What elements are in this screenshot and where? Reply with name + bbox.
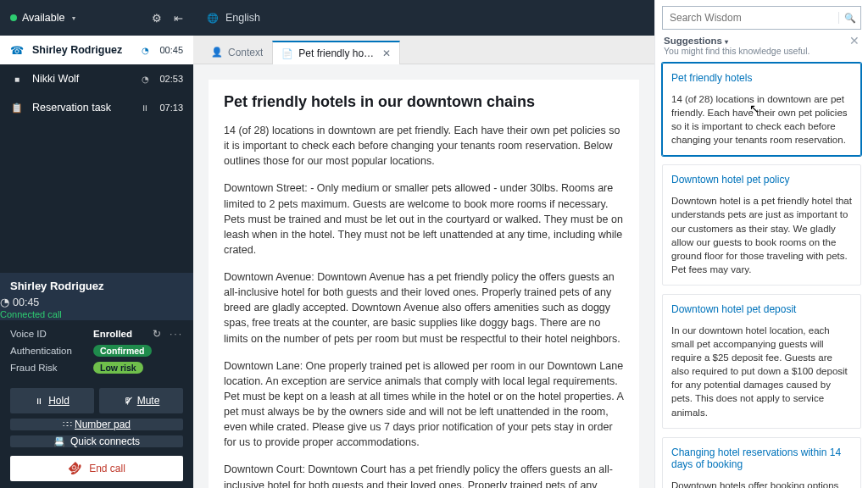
gear-icon[interactable] xyxy=(152,12,162,25)
call-state: Connected call xyxy=(0,309,62,319)
quick-connects-label: Quick connects xyxy=(70,435,140,447)
agent-status-dropdown[interactable]: Available xyxy=(10,12,75,24)
agent-sidebar: Available Shirley Rodriguez ◔ 00:45 Nikk… xyxy=(0,0,193,488)
card-body: Downtown hotel is a pet friendly hotel t… xyxy=(671,194,852,276)
hold-button[interactable]: Hold xyxy=(10,388,94,413)
language-label[interactable]: English xyxy=(225,12,260,24)
contact-row[interactable]: Shirley Rodriguez ◔ 00:45 xyxy=(0,36,193,64)
person-icon xyxy=(211,47,223,58)
contact-row[interactable]: Reservation task 07:13 xyxy=(0,93,193,122)
auth-label: Authentication xyxy=(10,346,86,356)
voice-id-value: Enrolled xyxy=(93,329,132,339)
phone-icon xyxy=(10,44,24,57)
chevron-down-icon xyxy=(725,36,728,46)
fraud-label: Fraud Risk xyxy=(10,363,86,373)
article-paragraph: Downtown Avenue: Downtown Avenue has a p… xyxy=(224,269,624,347)
contact-time: 00:45 xyxy=(159,45,183,55)
card-title: Changing hotel reservations within 14 da… xyxy=(671,446,852,470)
search-icon[interactable] xyxy=(838,12,860,24)
end-call-button[interactable]: End call xyxy=(10,456,183,481)
knowledge-article: Pet friendly hotels in our downtown chai… xyxy=(209,80,639,488)
numpad-icon xyxy=(63,419,70,430)
close-icon[interactable]: ✕ xyxy=(382,47,391,59)
card-title: Downtown hotel pet policy xyxy=(671,174,852,186)
suggestion-card[interactable]: Changing hotel reservations within 14 da… xyxy=(662,437,861,488)
number-pad-button[interactable]: Number pad xyxy=(10,419,183,430)
caller-name: Shirley Rodriguez xyxy=(10,280,104,292)
suggestion-card[interactable]: Downtown hotel pet deposit In our downto… xyxy=(662,294,861,429)
quick-connects-button[interactable]: Quick connects xyxy=(10,435,183,447)
suggestions-header[interactable]: Suggestions xyxy=(664,36,860,46)
sidebar-top: Available xyxy=(0,0,193,36)
wisdom-panel: ✕ Suggestions You might find this knowle… xyxy=(654,0,868,488)
tab-label: Context xyxy=(228,47,263,58)
contact-time: 07:13 xyxy=(159,103,183,113)
top-bar: English xyxy=(193,0,654,36)
article-paragraph: Downtown Lane: One properly trained pet … xyxy=(224,358,624,451)
voice-id-meta: Voice ID Enrolled ··· Authentication Con… xyxy=(0,320,193,381)
suggestions-title: Suggestions xyxy=(664,36,722,46)
logout-icon[interactable] xyxy=(174,12,183,25)
chat-icon xyxy=(10,73,24,85)
mute-button[interactable]: Mute xyxy=(99,388,183,413)
call-timer: 00:45 xyxy=(13,297,39,308)
clock-icon: ◔ xyxy=(0,296,9,308)
main-area: English Context Pet friendly ho… ✕ Pet f… xyxy=(193,0,654,488)
status-dot-icon xyxy=(10,14,17,21)
contact-time: 02:53 xyxy=(159,74,183,84)
mute-label: Mute xyxy=(137,395,160,407)
quick-connects-icon xyxy=(53,435,65,447)
pause-icon xyxy=(35,395,43,407)
suggestion-card[interactable]: Downtown hotel pet policy Downtown hotel… xyxy=(662,164,861,286)
article-title: Pet friendly hotels in our downtown chai… xyxy=(224,93,624,111)
tab-bar: Context Pet friendly ho… ✕ xyxy=(193,36,654,64)
suggestions-subtitle: You might find this knowledge useful. xyxy=(664,46,860,56)
card-body: 14 (of 28) locations in downtown are pet… xyxy=(671,92,852,147)
agent-status-label: Available xyxy=(22,12,65,24)
wisdom-search[interactable] xyxy=(662,6,861,30)
card-body: Downtown hotels offer booking options wi… xyxy=(671,479,852,488)
clock-icon: ◔ xyxy=(142,46,149,55)
card-body: In our downtown hotel location, each sma… xyxy=(671,324,852,419)
fraud-value-pill: Low risk xyxy=(93,362,143,374)
article-paragraph: 14 (of 28) locations in downtown are pet… xyxy=(224,123,624,169)
contact-list: Shirley Rodriguez ◔ 00:45 Nikki Wolf ◔ 0… xyxy=(0,36,193,122)
more-icon[interactable]: ··· xyxy=(170,328,183,340)
contact-name: Shirley Rodriguez xyxy=(32,44,133,56)
search-input[interactable] xyxy=(663,12,838,24)
tab-context[interactable]: Context xyxy=(202,40,272,64)
article-paragraph: Downtown Court: Downtown Court has a pet… xyxy=(224,462,624,488)
voice-id-label: Voice ID xyxy=(10,329,86,339)
tab-label: Pet friendly ho… xyxy=(298,47,374,59)
end-call-icon xyxy=(65,458,85,478)
doc-icon xyxy=(281,48,293,59)
contact-name: Reservation task xyxy=(32,102,132,114)
contact-name: Nikki Wolf xyxy=(32,73,133,85)
call-panel: Shirley Rodriguez ◔00:45 Connected call … xyxy=(0,273,193,488)
contact-row[interactable]: Nikki Wolf ◔ 02:53 xyxy=(0,64,193,93)
chevron-down-icon xyxy=(72,14,75,22)
hold-label: Hold xyxy=(48,395,70,407)
pause-icon xyxy=(141,103,149,113)
refresh-icon[interactable] xyxy=(153,328,161,340)
mute-icon xyxy=(123,395,132,407)
suggestion-list[interactable]: Pet friendly hotels 14 (of 28) locations… xyxy=(655,59,868,488)
numpad-label: Number pad xyxy=(75,419,131,430)
end-call-label: End call xyxy=(89,463,125,474)
suggestion-card[interactable]: Pet friendly hotels 14 (of 28) locations… xyxy=(662,63,861,156)
card-title: Pet friendly hotels xyxy=(671,72,852,84)
clock-icon: ◔ xyxy=(142,75,149,84)
task-icon xyxy=(10,102,24,114)
card-title: Downtown hotel pet deposit xyxy=(671,303,852,315)
document-scroll[interactable]: Pet friendly hotels in our downtown chai… xyxy=(193,64,654,488)
close-icon[interactable]: ✕ xyxy=(846,34,863,47)
article-paragraph: Downtown Street: - Only medium or smalle… xyxy=(224,180,624,258)
tab-article[interactable]: Pet friendly ho… ✕ xyxy=(272,41,400,64)
auth-value-pill: Confirmed xyxy=(93,345,152,357)
globe-icon xyxy=(207,12,219,24)
